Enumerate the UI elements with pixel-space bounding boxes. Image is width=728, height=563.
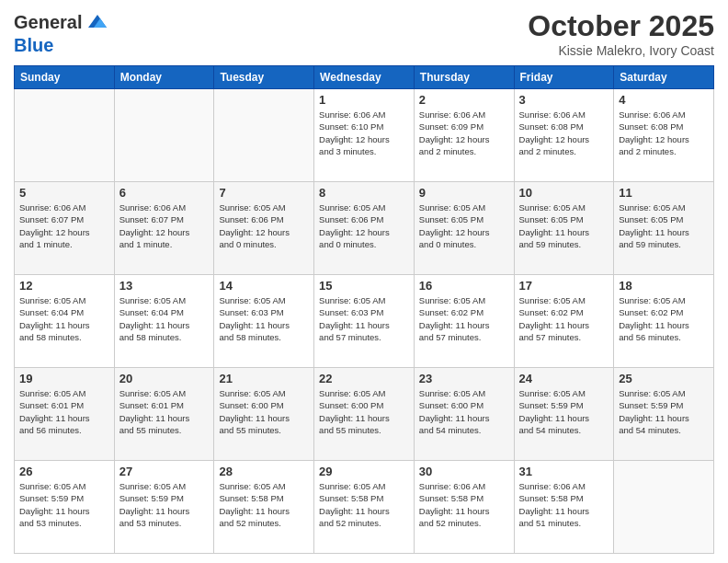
week-row-5: 26Sunrise: 6:05 AM Sunset: 5:59 PM Dayli… — [15, 461, 714, 554]
header-monday: Monday — [114, 66, 214, 89]
day-cell — [114, 89, 214, 182]
day-number: 20 — [119, 372, 210, 385]
logo: General Blue — [14, 9, 110, 55]
logo-general: General — [14, 12, 82, 32]
day-cell: 18Sunrise: 6:05 AM Sunset: 6:02 PM Dayli… — [614, 275, 714, 368]
day-info: Sunrise: 6:05 AM Sunset: 6:01 PM Dayligh… — [19, 387, 109, 436]
day-info: Sunrise: 6:05 AM Sunset: 6:00 PM Dayligh… — [219, 387, 309, 436]
day-info: Sunrise: 6:05 AM Sunset: 6:03 PM Dayligh… — [319, 294, 409, 343]
day-cell: 12Sunrise: 6:05 AM Sunset: 6:04 PM Dayli… — [15, 275, 115, 368]
day-info: Sunrise: 6:05 AM Sunset: 6:03 PM Dayligh… — [219, 294, 309, 343]
header-sunday: Sunday — [15, 66, 115, 89]
day-number: 7 — [219, 186, 309, 200]
day-number: 31 — [519, 465, 609, 478]
day-info: Sunrise: 6:05 AM Sunset: 6:02 PM Dayligh… — [519, 294, 609, 343]
day-info: Sunrise: 6:05 AM Sunset: 6:02 PM Dayligh… — [619, 294, 709, 343]
day-number: 16 — [419, 279, 509, 293]
day-cell: 13Sunrise: 6:05 AM Sunset: 6:04 PM Dayli… — [114, 275, 214, 368]
day-number: 30 — [419, 465, 509, 478]
day-info: Sunrise: 6:05 AM Sunset: 6:05 PM Dayligh… — [619, 201, 709, 250]
day-info: Sunrise: 6:05 AM Sunset: 5:59 PM Dayligh… — [519, 387, 609, 436]
day-info: Sunrise: 6:06 AM Sunset: 6:08 PM Dayligh… — [519, 109, 609, 157]
day-number: 12 — [19, 279, 109, 293]
day-cell: 6Sunrise: 6:06 AM Sunset: 6:07 PM Daylig… — [114, 182, 214, 275]
day-cell: 15Sunrise: 6:05 AM Sunset: 6:03 PM Dayli… — [314, 275, 415, 368]
day-number: 2 — [419, 93, 509, 107]
week-row-4: 19Sunrise: 6:05 AM Sunset: 6:01 PM Dayli… — [15, 368, 714, 461]
logo-icon — [85, 9, 110, 35]
day-cell: 7Sunrise: 6:05 AM Sunset: 6:06 PM Daylig… — [214, 182, 314, 275]
day-cell: 4Sunrise: 6:06 AM Sunset: 6:08 PM Daylig… — [614, 89, 714, 182]
day-number: 24 — [519, 372, 609, 385]
day-number: 22 — [319, 372, 409, 385]
day-info: Sunrise: 6:05 AM Sunset: 6:04 PM Dayligh… — [119, 294, 210, 343]
day-number: 3 — [519, 93, 609, 107]
calendar-header-row: Sunday Monday Tuesday Wednesday Thursday… — [15, 66, 714, 89]
day-number: 25 — [619, 372, 709, 385]
header: General Blue October 2025 Kissie Malekro… — [14, 9, 714, 58]
day-info: Sunrise: 6:06 AM Sunset: 6:08 PM Dayligh… — [619, 109, 709, 157]
day-info: Sunrise: 6:05 AM Sunset: 5:59 PM Dayligh… — [19, 480, 109, 529]
day-number: 5 — [19, 186, 109, 200]
day-info: Sunrise: 6:05 AM Sunset: 5:59 PM Dayligh… — [119, 480, 210, 529]
header-thursday: Thursday — [414, 66, 514, 89]
day-number: 8 — [319, 186, 409, 200]
day-info: Sunrise: 6:05 AM Sunset: 6:00 PM Dayligh… — [419, 387, 509, 436]
day-cell: 2Sunrise: 6:06 AM Sunset: 6:09 PM Daylig… — [414, 89, 514, 182]
day-info: Sunrise: 6:06 AM Sunset: 6:07 PM Dayligh… — [19, 201, 109, 250]
day-number: 21 — [219, 372, 309, 385]
day-cell — [614, 461, 714, 554]
day-info: Sunrise: 6:05 AM Sunset: 6:06 PM Dayligh… — [319, 201, 409, 250]
day-cell: 5Sunrise: 6:06 AM Sunset: 6:07 PM Daylig… — [15, 182, 115, 275]
day-number: 28 — [219, 465, 309, 478]
day-cell: 27Sunrise: 6:05 AM Sunset: 5:59 PM Dayli… — [114, 461, 214, 554]
day-info: Sunrise: 6:05 AM Sunset: 5:58 PM Dayligh… — [319, 480, 409, 529]
day-cell: 16Sunrise: 6:05 AM Sunset: 6:02 PM Dayli… — [414, 275, 514, 368]
day-info: Sunrise: 6:05 AM Sunset: 6:02 PM Dayligh… — [419, 294, 509, 343]
day-cell: 20Sunrise: 6:05 AM Sunset: 6:01 PM Dayli… — [114, 368, 214, 461]
logo-blue: Blue — [14, 35, 110, 55]
day-cell: 29Sunrise: 6:05 AM Sunset: 5:58 PM Dayli… — [314, 461, 415, 554]
day-info: Sunrise: 6:06 AM Sunset: 6:10 PM Dayligh… — [319, 109, 409, 157]
day-number: 1 — [319, 93, 409, 107]
day-info: Sunrise: 6:05 AM Sunset: 6:05 PM Dayligh… — [419, 201, 509, 250]
day-cell: 9Sunrise: 6:05 AM Sunset: 6:05 PM Daylig… — [414, 182, 514, 275]
week-row-3: 12Sunrise: 6:05 AM Sunset: 6:04 PM Dayli… — [15, 275, 714, 368]
day-cell: 1Sunrise: 6:06 AM Sunset: 6:10 PM Daylig… — [314, 89, 415, 182]
day-cell: 8Sunrise: 6:05 AM Sunset: 6:06 PM Daylig… — [314, 182, 415, 275]
day-number: 29 — [319, 465, 409, 478]
day-cell: 24Sunrise: 6:05 AM Sunset: 5:59 PM Dayli… — [514, 368, 614, 461]
day-number: 11 — [619, 186, 709, 200]
day-cell: 25Sunrise: 6:05 AM Sunset: 5:59 PM Dayli… — [614, 368, 714, 461]
header-saturday: Saturday — [614, 66, 714, 89]
day-number: 23 — [419, 372, 509, 385]
day-number: 15 — [319, 279, 409, 293]
day-number: 18 — [619, 279, 709, 293]
day-cell: 23Sunrise: 6:05 AM Sunset: 6:00 PM Dayli… — [414, 368, 514, 461]
day-info: Sunrise: 6:06 AM Sunset: 6:09 PM Dayligh… — [419, 109, 509, 157]
day-number: 14 — [219, 279, 309, 293]
week-row-2: 5Sunrise: 6:06 AM Sunset: 6:07 PM Daylig… — [15, 182, 714, 275]
day-number: 9 — [419, 186, 509, 200]
day-cell: 17Sunrise: 6:05 AM Sunset: 6:02 PM Dayli… — [514, 275, 614, 368]
day-number: 27 — [119, 465, 210, 478]
day-info: Sunrise: 6:05 AM Sunset: 6:05 PM Dayligh… — [519, 201, 609, 250]
day-number: 19 — [19, 372, 109, 385]
location: Kissie Malekro, Ivory Coast — [528, 43, 714, 58]
day-info: Sunrise: 6:05 AM Sunset: 6:04 PM Dayligh… — [19, 294, 109, 343]
day-cell: 14Sunrise: 6:05 AM Sunset: 6:03 PM Dayli… — [214, 275, 314, 368]
page: General Blue October 2025 Kissie Malekro… — [0, 0, 728, 563]
day-cell: 10Sunrise: 6:05 AM Sunset: 6:05 PM Dayli… — [514, 182, 614, 275]
day-info: Sunrise: 6:05 AM Sunset: 5:59 PM Dayligh… — [619, 387, 709, 436]
day-info: Sunrise: 6:05 AM Sunset: 6:06 PM Dayligh… — [219, 201, 309, 250]
day-info: Sunrise: 6:06 AM Sunset: 5:58 PM Dayligh… — [519, 480, 609, 529]
day-cell: 11Sunrise: 6:05 AM Sunset: 6:05 PM Dayli… — [614, 182, 714, 275]
day-info: Sunrise: 6:06 AM Sunset: 6:07 PM Dayligh… — [119, 201, 210, 250]
day-cell: 31Sunrise: 6:06 AM Sunset: 5:58 PM Dayli… — [514, 461, 614, 554]
day-number: 4 — [619, 93, 709, 107]
day-number: 10 — [519, 186, 609, 200]
day-info: Sunrise: 6:05 AM Sunset: 6:00 PM Dayligh… — [319, 387, 409, 436]
calendar-table: Sunday Monday Tuesday Wednesday Thursday… — [14, 65, 714, 554]
day-info: Sunrise: 6:05 AM Sunset: 5:58 PM Dayligh… — [219, 480, 309, 529]
header-tuesday: Tuesday — [214, 66, 314, 89]
